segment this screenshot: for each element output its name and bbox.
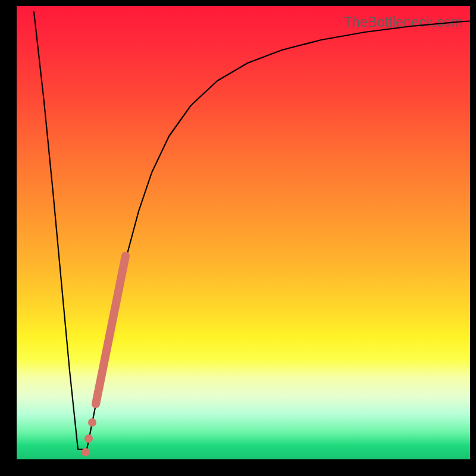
- highlight-dot: [84, 434, 93, 443]
- highlight-thick-segment: [96, 256, 126, 404]
- plot-area: TheBottleneck.com: [17, 6, 470, 459]
- highlight-dots: [82, 418, 96, 456]
- curve-svg: [17, 6, 470, 459]
- highlight-dot: [82, 448, 90, 456]
- chart-container: TheBottleneck.com: [0, 0, 476, 476]
- highlight-dot: [88, 418, 96, 427]
